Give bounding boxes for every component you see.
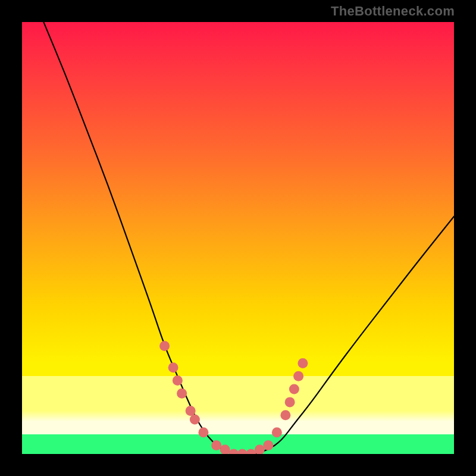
- marker-dot: [220, 444, 230, 454]
- marker-dot: [159, 341, 170, 351]
- attribution-text: TheBottleneck.com: [331, 4, 455, 19]
- marker-dot: [237, 449, 248, 455]
- marker-dot: [280, 410, 290, 420]
- marker-dot: [293, 371, 303, 381]
- marker-dot: [298, 358, 308, 368]
- marker-dot: [168, 362, 178, 372]
- marker-dot: [186, 406, 196, 416]
- marker-dot: [246, 449, 256, 455]
- plot-area: [22, 22, 454, 454]
- marker-dot: [190, 414, 200, 424]
- chart-frame: TheBottleneck.com: [0, 0, 476, 476]
- marker-dot: [255, 444, 265, 454]
- marker-dot: [285, 397, 295, 407]
- marker-dot: [211, 440, 221, 450]
- marker-dot: [177, 389, 187, 399]
- marker-dot: [198, 427, 208, 437]
- marker-dot: [228, 449, 239, 455]
- marker-dot: [289, 384, 299, 394]
- marker-dot: [173, 375, 183, 386]
- marker-group: [159, 341, 308, 454]
- marker-dot: [272, 427, 282, 437]
- chart-svg: [22, 22, 454, 454]
- marker-dot: [263, 440, 273, 450]
- bottleneck-curve-path: [43, 22, 454, 454]
